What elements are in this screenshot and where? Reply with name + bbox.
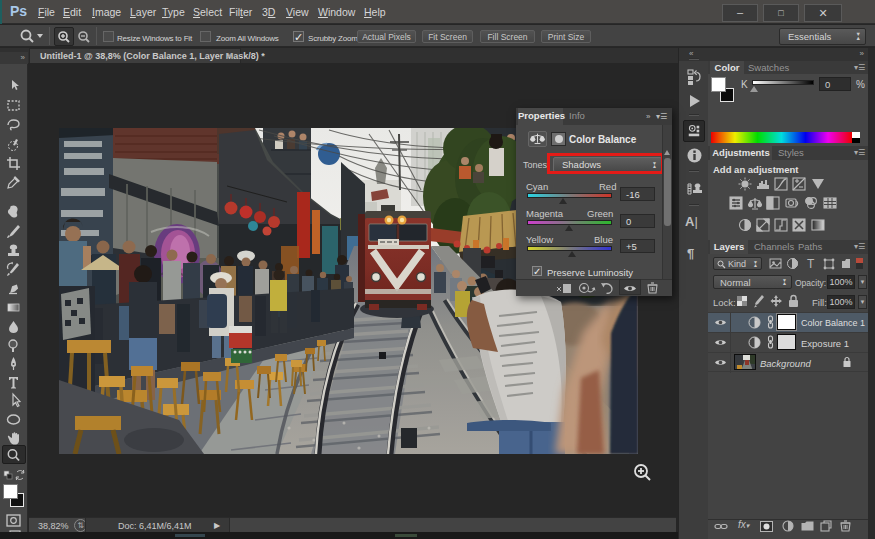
svg-text:T: T [807, 257, 815, 270]
